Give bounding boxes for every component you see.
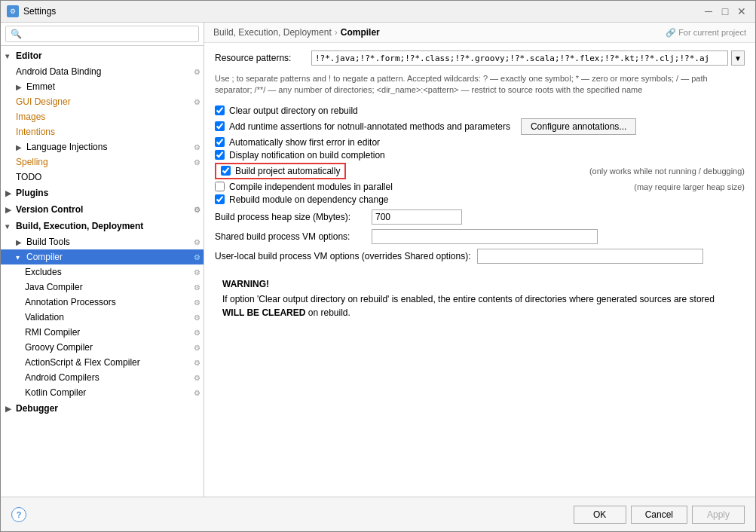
expand-icon-emmet: ▶: [16, 83, 25, 91]
rebuild-on-change-checkbox[interactable]: [215, 194, 225, 204]
display-notification-row: Display notification on build completion: [215, 150, 745, 161]
apply-button[interactable]: Apply: [692, 506, 745, 524]
shared-vm-label: Shared build process VM options:: [215, 231, 366, 242]
clear-output-checkbox[interactable]: [215, 105, 225, 115]
sidebar-item-excludes[interactable]: Excludes ⚙: [1, 264, 204, 280]
heap-size-input[interactable]: [372, 209, 462, 225]
project-icon: 🔗: [666, 28, 676, 38]
sidebar-label-spelling: Spelling: [16, 157, 48, 167]
minimize-button[interactable]: ─: [701, 4, 716, 19]
sidebar-item-annotation-processors[interactable]: Annotation Processors ⚙: [1, 295, 204, 310]
sidebar-label-debugger: Debugger: [16, 403, 58, 414]
build-automatically-checkbox[interactable]: [221, 166, 231, 176]
right-panel: Build, Execution, Deployment › Compiler …: [204, 23, 755, 497]
heap-size-row: Build process heap size (Mbytes):: [215, 209, 745, 225]
warning-title: WARNING!: [222, 279, 737, 289]
sidebar-item-images[interactable]: Images: [1, 109, 204, 124]
sidebar-label-intentions: Intentions: [16, 127, 55, 137]
help-button[interactable]: ?: [11, 507, 26, 522]
show-first-error-row: Automatically show first error in editor: [215, 137, 745, 148]
maximize-button[interactable]: □: [718, 4, 733, 19]
settings-content: Resource patterns: ▼ Use ; to separate p…: [204, 43, 755, 497]
expand-icon: ▾: [5, 52, 14, 60]
sidebar-label-build-execution: Build, Execution, Deployment: [16, 221, 143, 231]
expand-icon-compiler: ▾: [16, 253, 25, 261]
sidebar-item-build-execution[interactable]: ▾ Build, Execution, Deployment: [1, 218, 204, 234]
footer: ? OK Cancel Apply: [1, 497, 755, 531]
close-button[interactable]: ✕: [734, 4, 749, 19]
title-bar: ⚙ Settings ─ □ ✕: [1, 1, 755, 23]
sidebar-item-intentions[interactable]: Intentions: [1, 124, 204, 139]
sidebar-label-compiler: Compiler: [26, 252, 63, 262]
wrench-icon-java: ⚙: [194, 283, 200, 292]
sidebar-item-compiler[interactable]: ▾ Compiler ⚙: [1, 249, 204, 264]
warning-box: WARNING! If option 'Clear output directo…: [215, 273, 745, 326]
sidebar-label-groovy: Groovy Compiler: [25, 342, 93, 353]
wrench-icon-excludes: ⚙: [194, 268, 200, 277]
add-assertions-label: Add runtime assertions for notnull-annot…: [229, 121, 510, 132]
sidebar-label-gui-designer: GUI Designer: [16, 96, 71, 107]
add-assertions-row: Add runtime assertions for notnull-annot…: [215, 118, 745, 135]
cancel-button[interactable]: Cancel: [631, 506, 687, 524]
sidebar-item-debugger[interactable]: ▶ Debugger: [1, 400, 204, 417]
breadcrumb-project-label: For current project: [678, 28, 746, 37]
expand-icon-lang: ▶: [16, 143, 25, 151]
wrench-icon-compiler: ⚙: [194, 253, 200, 261]
sidebar-item-build-tools[interactable]: ▶ Build Tools ⚙: [1, 234, 204, 249]
sidebar-item-actionscript[interactable]: ActionScript & Flex Compiler ⚙: [1, 355, 204, 370]
shared-vm-input[interactable]: [372, 229, 598, 244]
expand-icon-build: ▾: [5, 222, 14, 231]
sidebar-label-android-data-binding: Android Data Binding: [16, 66, 101, 77]
sidebar-item-spelling[interactable]: Spelling ⚙: [1, 154, 204, 170]
breadcrumb-compiler: Compiler: [341, 27, 380, 38]
sidebar-item-language-injections[interactable]: ▶ Language Injections ⚙: [1, 139, 204, 154]
sidebar-label-editor: Editor: [16, 50, 42, 61]
resource-input-wrap: ▼: [311, 50, 745, 66]
add-assertions-checkbox[interactable]: [215, 121, 225, 131]
compile-parallel-label: Compile independent modules in parallel: [229, 182, 393, 192]
resource-patterns-input[interactable]: [311, 50, 728, 66]
sidebar-item-editor[interactable]: ▾ Editor: [1, 47, 204, 64]
wrench-icon-validation: ⚙: [194, 313, 200, 322]
footer-right: OK Cancel Apply: [574, 506, 745, 524]
show-first-error-checkbox[interactable]: [215, 137, 225, 147]
sidebar-item-emmet[interactable]: ▶ Emmet: [1, 79, 204, 94]
configure-annotations-button[interactable]: Configure annotations...: [521, 118, 636, 135]
sidebar-label-java-compiler: Java Compiler: [25, 282, 83, 292]
user-local-vm-input[interactable]: [477, 249, 703, 264]
wrench-icon-actionscript: ⚙: [194, 359, 200, 367]
wrench-icon: ⚙: [194, 68, 200, 76]
user-local-vm-label: User-local build process VM options (ove…: [215, 251, 471, 261]
sidebar-label-language-injections: Language Injections: [26, 142, 107, 152]
tree: ▾ Editor Android Data Binding ⚙ ▶ Emmet …: [1, 46, 204, 497]
sidebar-item-todo[interactable]: TODO: [1, 170, 204, 185]
sidebar-item-validation[interactable]: Validation ⚙: [1, 310, 204, 325]
build-automatically-row: Build project automatically (only works …: [215, 163, 745, 179]
sidebar-item-android-compilers[interactable]: Android Compilers ⚙: [1, 370, 204, 385]
ok-button[interactable]: OK: [574, 506, 626, 524]
display-notification-checkbox[interactable]: [215, 150, 225, 160]
sidebar-item-kotlin-compiler[interactable]: Kotlin Compiler ⚙: [1, 385, 204, 400]
wrench-icon-android: ⚙: [194, 374, 200, 382]
search-input[interactable]: [5, 26, 199, 42]
resource-expand-button[interactable]: ▼: [731, 50, 745, 66]
build-automatically-note: (only works while not running / debuggin…: [589, 167, 745, 176]
compile-parallel-checkbox[interactable]: [215, 182, 225, 191]
breadcrumb-project[interactable]: 🔗 For current project: [666, 28, 746, 38]
sidebar-label-excludes: Excludes: [25, 267, 62, 277]
sidebar-item-rmi-compiler[interactable]: RMI Compiler ⚙: [1, 325, 204, 340]
sidebar-item-android-data-binding[interactable]: Android Data Binding ⚙: [1, 64, 204, 79]
wrench-icon-lang: ⚙: [194, 143, 200, 151]
wrench-icon-gui: ⚙: [194, 98, 200, 106]
sidebar-label-annotation: Annotation Processors: [25, 297, 116, 307]
sidebar-item-java-compiler[interactable]: Java Compiler ⚙: [1, 280, 204, 295]
expand-icon-build-tools: ▶: [16, 238, 25, 246]
footer-left: ?: [11, 507, 26, 522]
sidebar-label-build-tools: Build Tools: [26, 237, 70, 247]
sidebar-item-plugins[interactable]: ▶ Plugins: [1, 185, 204, 201]
sidebar-item-groovy-compiler[interactable]: Groovy Compiler ⚙: [1, 340, 204, 355]
sidebar-item-version-control[interactable]: ▶ Version Control ⚙: [1, 201, 204, 218]
sidebar-label-images: Images: [16, 112, 45, 122]
resource-patterns-label: Resource patterns:: [215, 50, 305, 63]
sidebar-item-gui-designer[interactable]: GUI Designer ⚙: [1, 94, 204, 109]
